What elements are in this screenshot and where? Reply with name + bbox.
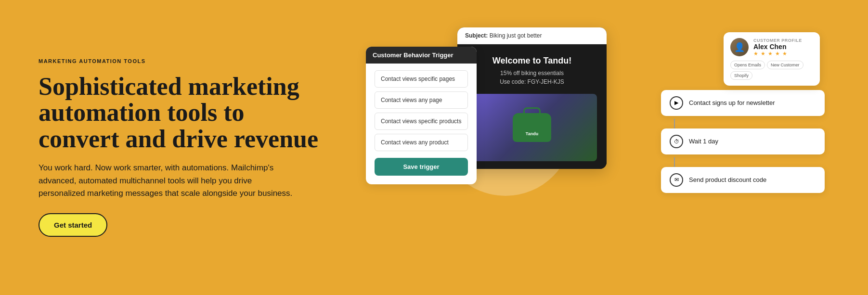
flow-item-wait: ⏱ Wait 1 day	[661, 128, 825, 154]
flow-text-discount: Send product discount code	[689, 176, 766, 183]
eyebrow-label: MARKETING AUTOMATION TOOLS	[39, 58, 337, 64]
flow-item-newsletter: ▶ Contact signs up for newsletter	[661, 90, 825, 116]
email-welcome-text: Welcome to Tandu!	[467, 56, 597, 66]
trigger-option-1[interactable]: Contact views specific pages	[375, 70, 468, 88]
trigger-card-title: Customer Behavior Trigger	[366, 47, 477, 64]
email-body: Welcome to Tandu! 15% off biking essenti…	[457, 44, 607, 169]
flow-text-newsletter: Contact signs up for newsletter	[689, 99, 775, 106]
subject-text: Biking just got better	[490, 32, 542, 39]
flow-text-wait: Wait 1 day	[689, 138, 718, 145]
profile-info: Customer Profile Alex Chen ★ ★ ★ ★ ★	[753, 38, 802, 57]
email-product-image	[467, 94, 597, 161]
profile-label: Customer Profile	[753, 38, 802, 43]
profile-tags: Opens Emails New Customer Shopify	[730, 61, 813, 80]
flow-connector-1	[674, 119, 675, 128]
customer-profile-card: 👤 Customer Profile Alex Chen ★ ★ ★ ★ ★ O…	[724, 32, 820, 86]
avatar: 👤	[730, 38, 749, 56]
clock-icon: ⏱	[670, 135, 683, 148]
profile-tag-new-customer: New Customer	[767, 61, 803, 69]
right-content: Customer Behavior Trigger Contact views …	[366, 23, 829, 273]
email-preview-card: Subject: Biking just got better Welcome …	[457, 27, 607, 169]
profile-name: Alex Chen	[753, 43, 802, 51]
flow-item-discount: ✉ Send product discount code	[661, 167, 825, 193]
email-discount-text: 15% off biking essentials Use code: FGY-…	[467, 69, 597, 86]
play-icon: ▶	[670, 96, 683, 110]
main-container: MARKETING AUTOMATION TOOLS Sophisticated…	[0, 0, 868, 295]
trigger-card: Customer Behavior Trigger Contact views …	[366, 47, 477, 184]
email-subject-bar: Subject: Biking just got better	[457, 27, 607, 44]
left-content: MARKETING AUTOMATION TOOLS Sophisticated…	[39, 58, 337, 237]
profile-tag-shopify: Shopify	[730, 71, 752, 80]
get-started-button[interactable]: Get started	[39, 213, 107, 237]
profile-header: 👤 Customer Profile Alex Chen ★ ★ ★ ★ ★	[730, 38, 813, 57]
save-trigger-button[interactable]: Save trigger	[375, 158, 468, 176]
subject-label: Subject:	[465, 32, 488, 39]
profile-tag-opens-emails: Opens Emails	[730, 61, 765, 69]
product-bag-visual	[513, 113, 551, 142]
trigger-option-2[interactable]: Contact views any page	[375, 91, 468, 109]
email-icon: ✉	[670, 173, 683, 187]
profile-stars: ★ ★ ★ ★ ★	[753, 51, 802, 57]
avatar-image: 👤	[734, 42, 745, 52]
flow-connector-2	[674, 157, 675, 167]
automation-flow: ▶ Contact signs up for newsletter ⏱ Wait…	[661, 90, 825, 196]
subtext: You work hard. Now work smarter, with au…	[39, 162, 298, 200]
headline: Sophisticated marketing automation tools…	[39, 74, 337, 153]
trigger-option-3[interactable]: Contact views specific products	[375, 113, 468, 130]
trigger-option-4[interactable]: Contact views any product	[375, 134, 468, 151]
